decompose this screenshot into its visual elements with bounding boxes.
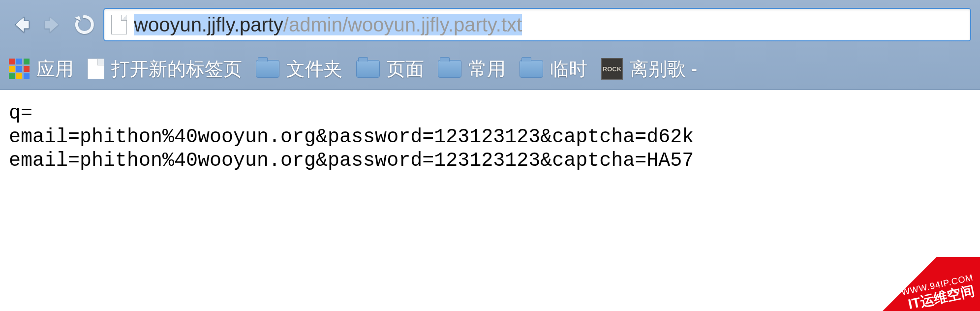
- bookmark-label: 常用: [468, 57, 506, 82]
- folder-icon: [256, 60, 279, 78]
- forward-button[interactable]: [40, 12, 65, 37]
- arrow-right-icon: [41, 13, 64, 36]
- reload-button[interactable]: [72, 12, 96, 37]
- navigation-row: wooyun.jjfly.party/admin/wooyun.jjfly.pa…: [0, 0, 980, 49]
- browser-chrome: wooyun.jjfly.party/admin/wooyun.jjfly.pa…: [0, 0, 980, 90]
- bookmark-item-common[interactable]: 常用: [438, 57, 506, 82]
- page-file-icon: [111, 15, 127, 34]
- url-path: /admin/wooyun.jjfly.party.txt: [283, 14, 522, 35]
- bookmark-label: 临时: [550, 57, 587, 82]
- reload-icon: [73, 14, 95, 35]
- arrow-left-icon: [9, 13, 33, 36]
- avatar-icon: ROCK: [601, 58, 623, 80]
- folder-icon: [520, 60, 543, 78]
- url-text: wooyun.jjfly.party/admin/wooyun.jjfly.pa…: [134, 14, 522, 36]
- bookmark-item-pages[interactable]: 页面: [356, 57, 424, 82]
- apps-label: 应用: [36, 57, 74, 82]
- content-line: email=phithon%40wooyun.org&password=1231…: [9, 150, 694, 172]
- content-line: q=: [9, 102, 32, 124]
- bookmark-label: 页面: [387, 57, 424, 82]
- bookmark-item-libiege[interactable]: ROCK 离别歌 -: [601, 57, 697, 82]
- folder-icon: [438, 60, 461, 78]
- bookmarks-bar: 应用 打开新的标签页 文件夹 页面 常用 临时 ROCK 离别歌 -: [0, 49, 980, 90]
- url-host: wooyun.jjfly.party: [134, 14, 283, 35]
- bookmark-item-newtab[interactable]: 打开新的标签页: [88, 57, 242, 82]
- bookmark-label: 打开新的标签页: [111, 57, 242, 82]
- address-bar[interactable]: wooyun.jjfly.party/admin/wooyun.jjfly.pa…: [103, 8, 971, 41]
- bookmark-label: 离别歌 -: [630, 57, 697, 82]
- document-icon: [88, 59, 104, 79]
- apps-button[interactable]: 应用: [9, 57, 74, 82]
- bookmark-item-temp[interactable]: 临时: [520, 57, 587, 82]
- watermark: WWW.94IP.COM IT运维空间: [842, 257, 980, 311]
- apps-grid-icon: [9, 59, 30, 79]
- back-button[interactable]: [9, 12, 33, 37]
- content-line: email=phithon%40wooyun.org&password=1231…: [9, 126, 694, 148]
- folder-icon: [356, 60, 380, 78]
- bookmark-item-folder1[interactable]: 文件夹: [256, 57, 342, 82]
- page-content: q= email=phithon%40wooyun.org&password=1…: [0, 90, 980, 185]
- bookmark-label: 文件夹: [286, 57, 342, 82]
